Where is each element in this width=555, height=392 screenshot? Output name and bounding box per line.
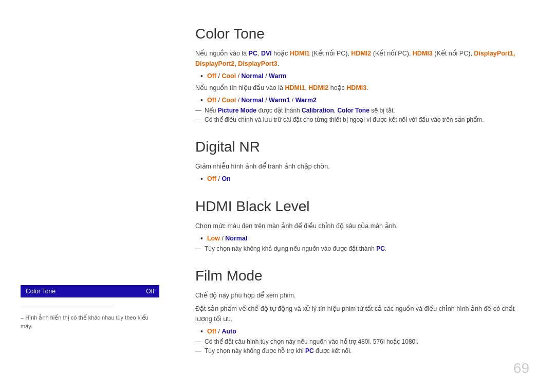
bullet-icon-1: •: [200, 72, 203, 80]
hdmi-black-level-desc: Chọn mức màu đen trên màn ảnh để điều ch…: [195, 221, 529, 231]
film-mode-desc1: Chế độ này phù hợp để xem phim.: [195, 290, 529, 301]
color-tone-desc1: Nếu nguồn vào là PC, DVI hoặc HDMI1 (Kết…: [195, 48, 529, 69]
film-note1: Có thể đặt câu hình tùy chọn này nếu ngu…: [195, 338, 529, 345]
low-hdmi: Low: [207, 235, 220, 242]
warm1-text: Warm1: [269, 97, 290, 104]
section-hdmi-black-level: HDMI Black Level Chọn mức màu đen trên m…: [195, 198, 529, 252]
color-tone-note1: Nếu Picture Mode được đặt thành Calibrat…: [195, 107, 529, 114]
page-number: 69: [513, 360, 529, 377]
normal-text-2: Normal: [242, 97, 264, 104]
menu-item-value: Off: [146, 288, 154, 295]
sidebar-divider: [21, 308, 113, 308]
bullet-icon-5: •: [200, 327, 203, 335]
off-nr: Off: [207, 175, 216, 182]
warm2-text: Warm2: [295, 97, 317, 104]
off-film: Off: [207, 328, 216, 335]
digital-nr-title: Digital NR: [195, 139, 529, 155]
film-note2: Tùy chọn này không được hỗ trợ khi PC đư…: [195, 347, 529, 354]
off-text-2: Off: [207, 97, 216, 104]
pc-link3: PC: [305, 347, 314, 354]
bullet-film: • Off / Auto: [200, 327, 529, 335]
bullet-text-1: Off / Cool / Normal / Warm: [207, 72, 286, 80]
bullet-text-2: Off / Cool / Normal / Warm1 / Warm2: [207, 97, 317, 104]
menu-item-label: Color Tone: [26, 288, 55, 295]
bullet-icon-2: •: [200, 96, 203, 104]
bullet-color-tone-2: • Off / Cool / Normal / Warm1 / Warm2: [200, 96, 529, 104]
dvi-link: DVI: [261, 50, 272, 57]
picture-mode-link: Picture Mode: [218, 107, 256, 114]
cool-text-1: Cool: [221, 72, 236, 80]
color-tone-title: Color Tone: [195, 26, 529, 42]
bullet-hdmi: • Low / Normal: [200, 234, 529, 242]
color-tone-link: Color Tone: [337, 107, 369, 114]
warm-text-1: Warm: [269, 72, 286, 80]
film-mode-desc2: Đặt sản phẩm về chế độ tự động và xử lý …: [195, 304, 529, 324]
bullet-icon-4: •: [200, 234, 203, 242]
hdmi1-link1: HDMI1: [290, 50, 310, 57]
hdmi2-link1: HDMI2: [351, 50, 371, 57]
normal-hdmi: Normal: [225, 235, 247, 242]
auto-film: Auto: [221, 328, 236, 335]
on-nr: On: [221, 175, 230, 182]
color-tone-menu-item[interactable]: Color Tone Off: [21, 285, 159, 297]
section-digital-nr: Digital NR Giảm nhiễu hình ảnh để tránh …: [195, 139, 529, 183]
hdmi3-link2: HDMI3: [346, 84, 366, 91]
cool-text-2: Cool: [221, 97, 236, 104]
bullet-digital-nr: • Off / On: [200, 175, 529, 183]
section-film-mode: Film Mode Chế độ này phù hợp để xem phim…: [195, 268, 529, 354]
page-container: Color Tone Off – Hình ảnh hiển thị có th…: [0, 0, 555, 392]
calibration-link: Calibration: [302, 107, 334, 114]
bullet-text-4: Low / Normal: [207, 235, 248, 242]
hdmi-note: Tùy chọn này không khả dụng nếu nguồn và…: [195, 245, 529, 252]
bullet-text-3: Off / On: [207, 175, 231, 182]
off-text-1: Off: [207, 72, 216, 80]
section-color-tone: Color Tone Nếu nguồn vào là PC, DVI hoặc…: [195, 26, 529, 123]
hdmi2-link2: HDMI2: [308, 84, 328, 91]
pc-link2: PC: [376, 245, 385, 252]
color-tone-desc2: Nếu nguồn tín hiệu đầu vào là HDMI1, HDM…: [195, 83, 529, 93]
color-tone-note2: Có thể điều chỉnh và lưu trữ cài đặt cho…: [195, 116, 529, 123]
pc-link: PC: [249, 50, 257, 57]
bullet-icon-3: •: [200, 175, 203, 183]
sidebar-note: – Hình ảnh hiển thị có thể khác nhau tùy…: [21, 313, 159, 330]
bullet-color-tone-1: • Off / Cool / Normal / Warm: [200, 72, 529, 80]
main-content: Color Tone Nếu nguồn vào là PC, DVI hoặc…: [175, 0, 555, 392]
normal-text-1: Normal: [242, 72, 264, 80]
hdmi3-link1: HDMI3: [413, 50, 433, 57]
hdmi1-link2: HDMI1: [285, 84, 305, 91]
bullet-text-5: Off / Auto: [207, 328, 236, 335]
film-mode-title: Film Mode: [195, 268, 529, 284]
sidebar: Color Tone Off – Hình ảnh hiển thị có th…: [0, 0, 175, 392]
hdmi-black-level-title: HDMI Black Level: [195, 198, 529, 215]
digital-nr-desc: Giảm nhiễu hình ảnh để tránh ảnh chập ch…: [195, 161, 529, 172]
